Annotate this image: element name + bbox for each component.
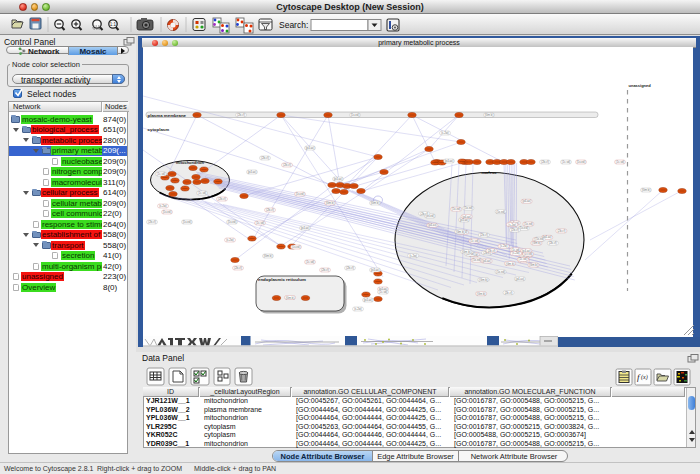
svg-text:(s.2w): (s.2w) [508, 223, 516, 227]
svg-text:mitochondrion: mitochondrion [176, 160, 205, 165]
svg-text:(5x.ed): (5x.ed) [524, 222, 533, 226]
svg-text:(Gm b): (Gm b) [326, 201, 335, 205]
svg-text:(5x.ed): (5x.ed) [228, 220, 237, 224]
svg-text:(p4.ax): (p4.ax) [364, 298, 373, 302]
svg-text:(5x.ed): (5x.ed) [496, 210, 505, 214]
svg-text:(1c.vd): (1c.vd) [379, 290, 388, 294]
svg-text:(5x.ed): (5x.ed) [452, 207, 461, 211]
svg-text:(1c.vd): (1c.vd) [256, 221, 265, 225]
svg-text:(s.2w): (s.2w) [512, 251, 520, 255]
svg-text:(2b.cf): (2b.cf) [505, 291, 513, 295]
svg-text:(2b.cf): (2b.cf) [218, 197, 226, 201]
svg-text:(Gm b): (Gm b) [286, 296, 295, 300]
svg-text:(s.2w): (s.2w) [500, 244, 508, 248]
svg-text:(1c.vd): (1c.vd) [157, 172, 166, 176]
svg-text:(p4.ax): (p4.ax) [522, 249, 531, 253]
svg-text:(Gm b): (Gm b) [485, 113, 494, 117]
svg-text:1:1: 1:1 [110, 22, 117, 27]
svg-text:endoplasmic reticulum: endoplasmic reticulum [258, 277, 306, 282]
svg-text:(2b.cf): (2b.cf) [557, 229, 565, 233]
svg-text:(s.2w): (s.2w) [226, 238, 234, 242]
svg-text:(Gm b): (Gm b) [371, 201, 380, 205]
svg-text:Search:: Search: [279, 20, 308, 30]
svg-text:(2b.cf): (2b.cf) [234, 266, 242, 270]
svg-text:(p4.ax): (p4.ax) [334, 177, 343, 181]
svg-text:(2b.cf): (2b.cf) [321, 268, 329, 272]
svg-text:(p4.ax): (p4.ax) [248, 170, 257, 174]
svg-text:(Gm b): (Gm b) [462, 250, 471, 254]
svg-text:(5x.ed): (5x.ed) [464, 206, 473, 210]
svg-text:(s.2w): (s.2w) [354, 307, 362, 311]
svg-text:(1c.vd): (1c.vd) [306, 260, 315, 264]
svg-text:(p4.ax): (p4.ax) [522, 199, 531, 203]
svg-text:(p4.ax): (p4.ax) [445, 159, 454, 163]
svg-text:(Gm b): (Gm b) [477, 292, 486, 296]
svg-text:(s.2w): (s.2w) [441, 131, 449, 135]
svg-text:(5x.ed): (5x.ed) [535, 237, 544, 241]
svg-text:(p4.ax): (p4.ax) [462, 215, 471, 219]
svg-text:(2b.cf): (2b.cf) [237, 113, 245, 117]
svg-text:(s.2w): (s.2w) [409, 254, 417, 258]
svg-text:(2b.cf): (2b.cf) [346, 266, 354, 270]
svg-text:(5x.ed): (5x.ed) [496, 270, 505, 274]
svg-text:(p4.ax): (p4.ax) [428, 223, 437, 227]
svg-text:(2b.cf): (2b.cf) [480, 233, 488, 237]
svg-text:(Gm b): (Gm b) [532, 241, 541, 245]
svg-text:(2b.cf): (2b.cf) [420, 212, 428, 216]
svg-text:unassigned: unassigned [629, 83, 652, 88]
svg-text:(5x.ed): (5x.ed) [351, 113, 360, 117]
svg-text:(p4.ax): (p4.ax) [516, 277, 525, 281]
svg-text:(Gm b): (Gm b) [264, 254, 273, 258]
svg-text:(1c.vd): (1c.vd) [616, 160, 625, 164]
svg-text:(2b.cf): (2b.cf) [549, 241, 557, 245]
svg-text:(5x.ed): (5x.ed) [577, 160, 586, 164]
svg-text:nucleus: nucleus [481, 170, 497, 175]
svg-text:(p4.ax): (p4.ax) [371, 268, 380, 272]
svg-text:(5x.ed): (5x.ed) [163, 210, 172, 214]
svg-text:(5x.ed): (5x.ed) [183, 220, 192, 224]
svg-text:(2b.cf): (2b.cf) [261, 156, 269, 160]
svg-text:(Gm b): (Gm b) [479, 278, 488, 282]
svg-text:(5x.ed): (5x.ed) [296, 192, 305, 196]
svg-text:(Gm b): (Gm b) [642, 188, 651, 192]
svg-text:(s.2w): (s.2w) [159, 204, 167, 208]
svg-text:(5x.ed): (5x.ed) [472, 258, 481, 262]
svg-text:cytoplasm: cytoplasm [148, 127, 170, 132]
svg-text:(p4.ax): (p4.ax) [482, 259, 491, 263]
svg-text:(x): (x) [641, 374, 648, 381]
svg-text:(2b.cf): (2b.cf) [511, 228, 519, 232]
svg-text:(Gm b): (Gm b) [506, 262, 515, 266]
svg-text:(5x.ed): (5x.ed) [292, 245, 301, 249]
svg-text:(Gm b): (Gm b) [529, 263, 538, 267]
svg-text:(2b.cf): (2b.cf) [488, 249, 496, 253]
svg-text:(1c.vd): (1c.vd) [470, 239, 479, 243]
svg-text:(1c.vd): (1c.vd) [198, 191, 207, 195]
svg-text:(2b.cf): (2b.cf) [283, 163, 291, 167]
svg-text:(1c.vd): (1c.vd) [519, 257, 528, 261]
svg-text:(5x.ed): (5x.ed) [519, 226, 528, 230]
svg-text:(2b.cf): (2b.cf) [541, 160, 549, 164]
svg-text:(p4.ax): (p4.ax) [301, 226, 310, 230]
svg-text:(1c.vd): (1c.vd) [562, 160, 571, 164]
svg-text:(2b.cf): (2b.cf) [266, 208, 274, 212]
svg-text:(2b.cf): (2b.cf) [148, 220, 156, 224]
svg-text:(p4.ax): (p4.ax) [306, 146, 315, 150]
svg-text:(Gm b): (Gm b) [456, 230, 465, 234]
svg-text:plasma membrane: plasma membrane [148, 113, 187, 118]
